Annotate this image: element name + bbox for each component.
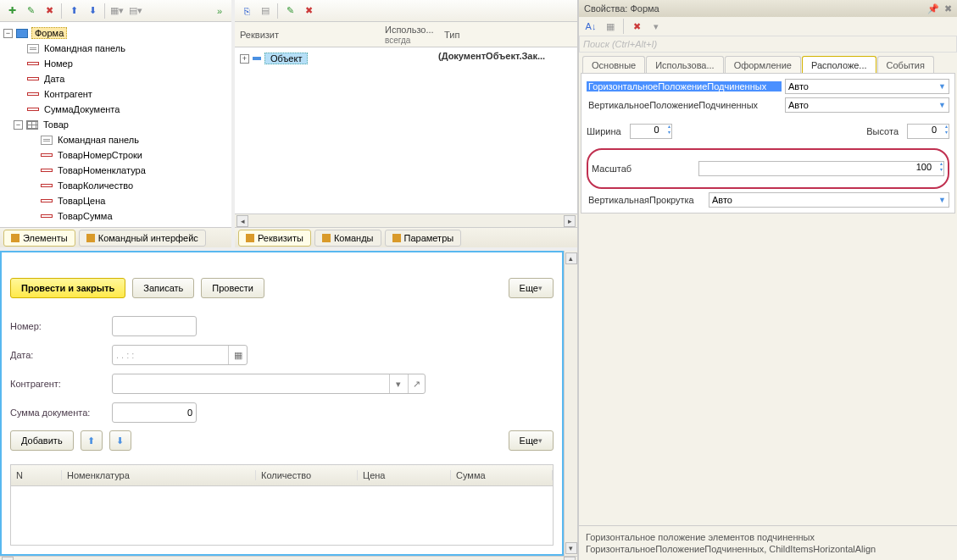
add-button[interactable]: Добавить — [10, 430, 74, 451]
calendar-icon[interactable]: ▦ — [228, 346, 247, 364]
row-down-button[interactable]: ⬇ — [109, 430, 131, 451]
delete-icon[interactable]: ✖ — [300, 3, 317, 19]
dropdown-icon[interactable]: ▾ — [389, 374, 406, 393]
tab-style[interactable]: Оформление — [725, 56, 801, 73]
col-use: Использо...всегда — [385, 25, 444, 45]
tab-usage[interactable]: Использова... — [646, 56, 723, 73]
tree-item[interactable]: ТоварСумма — [2, 208, 231, 224]
post-button[interactable]: Провести — [201, 278, 264, 298]
cmdbar-icon — [41, 136, 53, 145]
tab-cmdinterface[interactable]: Командный интерфейс — [79, 230, 206, 247]
field-icon — [27, 108, 39, 111]
chevron-down-icon[interactable]: ▼ — [938, 196, 946, 204]
properties-title: Свойства: Форма — [584, 3, 659, 14]
properties-search[interactable]: Поиск (Ctrl+Alt+I) — [579, 36, 957, 53]
edit-icon[interactable]: ✎ — [22, 3, 39, 19]
close-icon[interactable]: ✖ — [944, 3, 952, 14]
tree-group[interactable]: − Товар — [2, 117, 231, 132]
tab-requisites[interactable]: Реквизиты — [238, 230, 311, 247]
expand-icon[interactable]: » — [211, 3, 228, 19]
scale-input[interactable]: 100 — [698, 161, 944, 176]
width-input[interactable]: 0 — [630, 124, 672, 139]
tab-events[interactable]: События — [877, 56, 934, 73]
prop-h-align[interactable]: ГоризонтальноеПоложениеПодчиненных Авто … — [587, 77, 949, 96]
more-button-2[interactable]: Еще — [509, 430, 554, 451]
tab-elements[interactable]: Элементы — [3, 230, 75, 247]
button-label: Еще — [520, 283, 538, 293]
chevron-down-icon[interactable]: ▼ — [938, 82, 946, 91]
date-input[interactable]: . . : : ▦ — [112, 345, 248, 365]
number-input[interactable] — [112, 316, 197, 336]
list-icon[interactable]: ▤ — [257, 3, 274, 19]
tree-item[interactable]: ТоварНоменклатура — [2, 163, 231, 178]
tree-item[interactable]: СуммаДокумента — [2, 102, 231, 117]
tree-item[interactable]: ТоварНомерСтроки — [2, 147, 231, 163]
tree-item[interactable]: ТоварЦена — [2, 193, 231, 208]
save-button[interactable]: Записать — [132, 278, 194, 298]
prop-v-align[interactable]: ВертикальноеПоложениеПодчиненных Авто ▼ — [587, 96, 949, 114]
prop-value: Авто — [788, 81, 809, 91]
tree-item[interactable]: ТоварКоличество — [2, 178, 231, 193]
tree-item[interactable]: Командная панель — [2, 132, 231, 147]
width-label: Ширина — [587, 126, 621, 136]
open-icon[interactable]: ↗ — [408, 374, 425, 393]
collapse-icon[interactable]: − — [14, 120, 23, 130]
prop-v-scroll[interactable]: ВертикальнаяПрокрутка Авто ▼ — [587, 191, 949, 209]
tree-root[interactable]: − Форма — [2, 25, 231, 41]
tree-item[interactable]: Номер — [2, 56, 231, 71]
tab-params[interactable]: Параметры — [385, 230, 462, 247]
clear-icon[interactable]: ✖ — [628, 18, 645, 35]
preview-h-scrollbar[interactable]: ◂ ▸ — [0, 556, 577, 560]
scroll-up-icon[interactable]: ▴ — [565, 252, 577, 264]
table-header: N Номенклатура Количество Цена Сумма — [10, 464, 554, 486]
expand-icon[interactable]: + — [240, 54, 249, 64]
scroll-down-icon[interactable]: ▾ — [565, 542, 577, 554]
chevron-down-icon[interactable]: ▾ — [648, 18, 665, 35]
prop-select[interactable]: Авто ▼ — [785, 79, 949, 94]
tab-layout[interactable]: Расположе... — [802, 56, 876, 73]
field-icon — [41, 214, 53, 218]
scroll-left-icon[interactable]: ◂ — [236, 215, 248, 227]
tab-main[interactable]: Основные — [582, 56, 645, 73]
grid-icon[interactable]: ▦▾ — [108, 3, 125, 19]
tree-item[interactable]: Дата — [2, 71, 231, 86]
list-icon[interactable]: ▤▾ — [127, 3, 144, 19]
delete-icon[interactable]: ✖ — [41, 3, 58, 19]
sort-az-icon[interactable]: A↓ — [582, 18, 599, 35]
table-body[interactable] — [10, 486, 554, 546]
prop-label: ГоризонтальноеПоложениеПодчиненных — [587, 81, 782, 91]
row-up-button[interactable]: ⬆ — [81, 430, 103, 451]
elements-tree[interactable]: − Форма Командная панель Номер Дата — [0, 22, 231, 227]
height-input[interactable]: 0 — [907, 124, 949, 139]
tab-label: Командный интерфейс — [98, 233, 198, 243]
pin-icon[interactable]: 📌 — [927, 3, 939, 14]
tree-item[interactable]: Контрагент — [2, 86, 231, 102]
post-and-close-button[interactable]: Провести и закрыть — [10, 278, 125, 298]
chevron-down-icon[interactable]: ▼ — [938, 101, 946, 109]
tree-label: Контрагент — [42, 89, 94, 99]
tab-commands[interactable]: Команды — [314, 230, 381, 247]
v-scrollbar[interactable]: ▴ ▾ — [564, 251, 577, 556]
date-label: Дата: — [10, 350, 103, 360]
preview-canvas[interactable]: Провести и закрыть Записать Провести Еще… — [0, 251, 564, 556]
scroll-right-icon[interactable]: ▸ — [564, 215, 576, 227]
collapse-icon[interactable]: − — [3, 29, 13, 38]
category-icon[interactable]: ▦ — [602, 18, 619, 35]
scroll-right-icon[interactable]: ▸ — [564, 557, 576, 560]
elements-pane: ✚ ✎ ✖ ⬆ ⬇ ▦▾ ▤▾ » − Форма — [0, 0, 235, 247]
sum-input[interactable] — [112, 402, 197, 423]
copy-icon[interactable]: ⎘ — [238, 3, 255, 19]
tree-item[interactable]: Командная панель — [2, 41, 231, 56]
more-button[interactable]: Еще — [509, 278, 554, 298]
move-up-icon[interactable]: ⬆ — [65, 3, 82, 19]
prop-select[interactable]: Авто ▼ — [709, 192, 949, 208]
contractor-input[interactable]: ▾ ↗ — [112, 374, 426, 394]
requisites-body[interactable]: + Объект (ДокументОбъект.Зак... — [235, 47, 577, 213]
button-label: Провести — [212, 283, 253, 293]
add-icon[interactable]: ✚ — [3, 3, 20, 19]
move-down-icon[interactable]: ⬇ — [84, 3, 101, 19]
scroll-left-icon[interactable]: ◂ — [2, 557, 14, 560]
edit-icon[interactable]: ✎ — [281, 3, 298, 19]
h-scrollbar[interactable]: ◂ ▸ — [235, 213, 577, 227]
prop-select[interactable]: Авто ▼ — [785, 97, 949, 113]
